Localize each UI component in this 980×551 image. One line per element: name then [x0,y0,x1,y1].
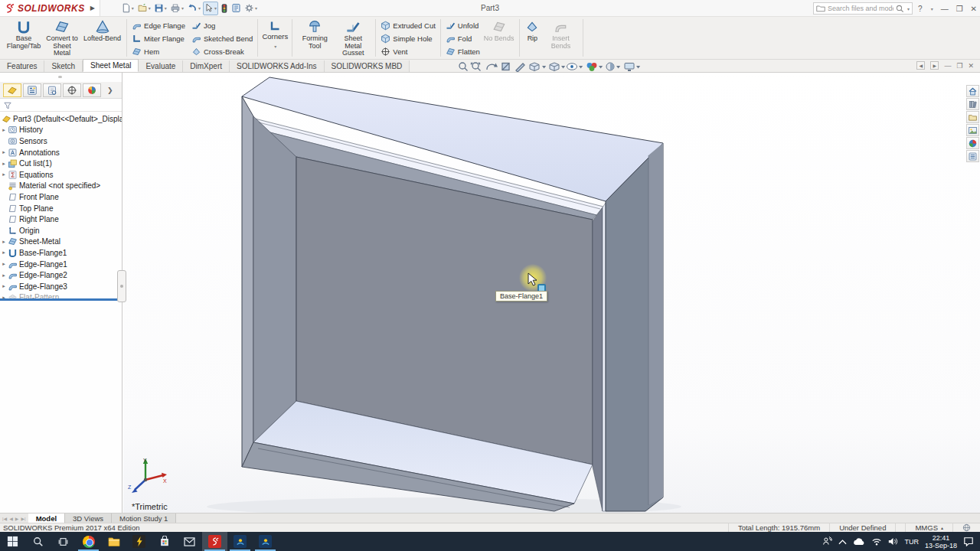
volume-icon[interactable] [888,537,898,546]
file-explorer-button[interactable] [101,532,126,551]
panel-flyout-arrow[interactable]: ❯ [107,86,113,94]
graphics-area[interactable]: Base-Flange1 Y X Z *Trimetric [123,73,980,513]
tab-display-manager-icon[interactable] [83,83,101,97]
tab-configuration-manager-icon[interactable] [63,83,81,97]
media-app-1-icon[interactable] [227,532,253,551]
hidden-icons-chevron[interactable] [838,539,847,545]
network-icon[interactable] [871,537,882,546]
jog-button[interactable]: Jog [190,20,254,31]
tab-3d-views[interactable]: 3D Views [65,514,112,523]
tab-features[interactable]: Features [0,60,44,72]
undo-button[interactable]: ▾ [186,2,201,15]
expand-arrow-icon[interactable]: ▸ [0,127,8,133]
solidworks-resources-icon[interactable] [966,85,979,97]
prev-tab-button[interactable]: ◀ [9,516,13,521]
view-palette-icon[interactable] [966,124,979,136]
expand-arrow-icon[interactable]: ▸ [0,283,8,289]
tab-sketch[interactable]: Sketch [44,60,83,72]
tab-motion-study-1[interactable]: Motion Study 1 [112,514,176,523]
cross-break-button[interactable]: Cross-Break [190,46,254,57]
doc-prev-button[interactable]: ◀ [916,61,925,70]
simple-hole-button[interactable]: Simple Hole [379,33,436,44]
tree-root[interactable]: Part3 (Default<<Default>_Display State [0,113,122,125]
doc-close-button[interactable]: ✕ [968,62,974,70]
expand-arrow-icon[interactable]: ▸ [0,272,8,279]
first-tab-button[interactable]: |◀ [2,516,7,521]
tree-item-edge-flange2[interactable]: ▸Edge-Flange2 [0,269,122,281]
edge-flange-button[interactable]: Edge Flange [130,20,187,31]
sheet-metal-gusset-button[interactable]: Sheet Metal Gusset [334,17,372,59]
tree-item-edge-flange1[interactable]: ▸Edge-Flange1 [0,259,122,270]
search-dropdown-icon[interactable]: ▾ [907,6,910,11]
status-globe-icon[interactable] [952,523,980,532]
help-button[interactable]: ? [918,5,923,13]
open-button[interactable]: ▾ [136,2,152,15]
tab-part-icon[interactable] [3,83,21,97]
corners-button[interactable]: Corners ▾ [261,17,289,59]
tab-solidworks-mbd[interactable]: SOLIDWORKS MBD [325,60,410,72]
display-report-button[interactable] [230,2,242,15]
select-button[interactable]: ▾ [203,2,218,15]
corners-dropdown-icon[interactable]: ▾ [274,44,276,49]
rollback-bar[interactable] [0,298,121,301]
doc-restore-button[interactable]: ❐ [956,62,962,70]
minimize-button[interactable]: — [941,5,949,13]
language-indicator[interactable]: TUR [904,538,919,546]
appearances-icon[interactable] [966,137,979,149]
tab-evaluate[interactable]: Evaluate [139,60,183,72]
restore-button[interactable]: ❐ [956,5,963,13]
task-view-button[interactable] [51,532,76,551]
taskbar-clock[interactable]: 22:41 13-Sep-18 [925,534,957,549]
next-tab-button[interactable]: ▶ [15,516,19,521]
file-explorer-icon[interactable] [966,111,979,123]
custom-properties-icon[interactable] [966,150,979,162]
doc-minimize-button[interactable]: — [944,62,951,70]
tree-filter-row[interactable] [0,99,122,112]
fold-button[interactable]: Fold [444,33,482,44]
onedrive-icon[interactable] [853,537,865,546]
tab-property-manager-icon[interactable] [43,83,61,97]
options-button[interactable]: ▾ [243,2,258,15]
units-selector[interactable]: MMGS▴ [905,523,952,532]
tree-item-flat-pattern[interactable]: ▸Flat-Pattern [0,292,122,304]
miter-flange-button[interactable]: Miter Flange [130,33,187,44]
rip-button[interactable]: Rip [523,17,541,59]
print-button[interactable]: ▾ [169,2,185,15]
panel-resize-grip[interactable] [58,76,62,78]
hem-button[interactable]: Hem [130,46,187,57]
tree-item-sheet-metal[interactable]: ▸Sheet-Metal [0,236,122,248]
last-tab-button[interactable]: ▶| [21,516,25,521]
base-flange-button[interactable]: Base Flange/Tab [5,17,43,59]
expand-arrow-icon[interactable]: ▸ [0,261,8,267]
microsoft-store-button[interactable] [152,532,177,551]
expand-arrow-icon[interactable]: ▸ [0,171,8,178]
tree-item-history[interactable]: ▸History [0,125,122,136]
taskbar-search-button[interactable] [25,532,51,551]
sheet-metal-model[interactable] [123,73,980,513]
people-icon[interactable] [822,536,832,546]
forming-tool-button[interactable]: Forming Tool [296,17,334,59]
tab-dimxpert[interactable]: DimXpert [183,60,230,72]
tab-solidworks-add-ins[interactable]: SOLIDWORKS Add-Ins [230,60,324,72]
tab-design-tree-icon[interactable] [23,83,41,97]
tree-item-front-plane[interactable]: Front Plane [0,191,122,203]
tree-item-origin[interactable]: Origin [0,225,122,236]
sketched-bend-button[interactable]: Sketched Bend [190,33,254,44]
expand-arrow-icon[interactable]: ▸ [0,239,8,245]
tree-item-edge-flange3[interactable]: ▸Edge-Flange3 [0,281,122,292]
new-document-button[interactable]: ▾ [120,2,135,15]
convert-to-sheet-metal-button[interactable]: Convert to Sheet Metal [43,17,81,59]
vent-button[interactable]: Vent [379,46,436,57]
mail-app-button[interactable] [177,532,202,551]
close-button[interactable]: ✕ [971,5,977,13]
heads-up-view-toolbar[interactable] [458,61,642,72]
recorder-app-icon[interactable] [126,532,152,551]
save-button[interactable]: ▾ [153,2,168,15]
extruded-cut-button[interactable]: Extruded Cut [379,20,436,31]
tree-item-right-plane[interactable]: Right Plane [0,214,122,225]
design-library-icon[interactable] [966,98,979,110]
lofted-bend-button[interactable]: Lofted-Bend [81,17,123,59]
expand-arrow-icon[interactable]: ▸ [0,249,8,256]
start-button[interactable] [0,532,25,551]
unfold-button[interactable]: Unfold [444,20,482,31]
